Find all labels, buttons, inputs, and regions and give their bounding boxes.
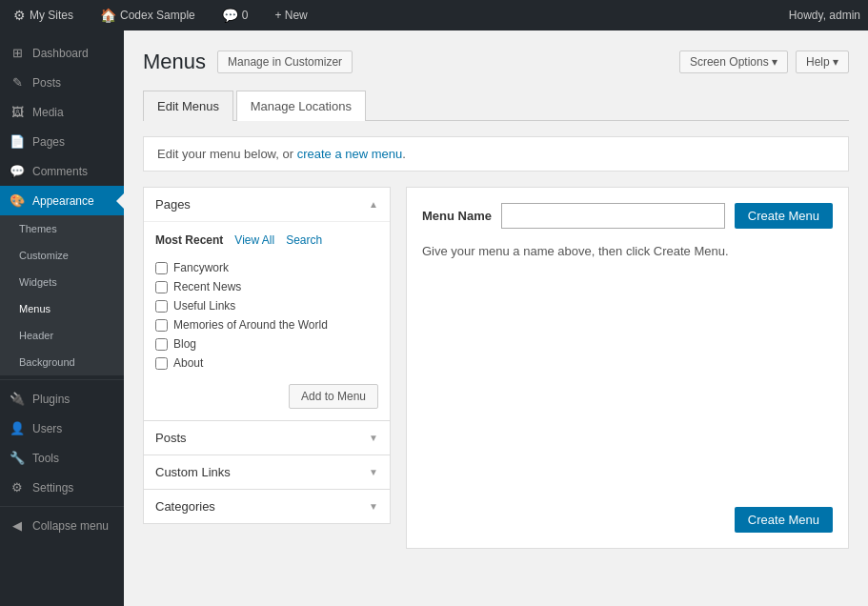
adminbar-new-label: + New	[274, 9, 307, 22]
blog-label: Blog	[173, 337, 196, 351]
recent-news-checkbox[interactable]	[155, 281, 168, 293]
memories-checkbox[interactable]	[155, 319, 168, 332]
adminbar-my-sites[interactable]: ⚙ My Sites	[8, 0, 79, 30]
sidebar-item-tools-label: Tools	[32, 452, 59, 465]
create-new-menu-link[interactable]: create a new menu	[297, 147, 403, 161]
sidebar-collapse[interactable]: ◀ Collapse menu	[0, 511, 124, 540]
home-icon: 🏠	[100, 8, 116, 23]
tools-icon: 🔧	[10, 451, 25, 465]
accordion-categories-chevron: ▼	[369, 501, 378, 512]
sidebar-item-settings[interactable]: ⚙ Settings	[0, 473, 124, 502]
tab-manage-locations[interactable]: Manage Locations	[236, 91, 366, 121]
accordion-tab-search[interactable]: Search	[286, 233, 322, 247]
useful-links-label: Useful Links	[173, 299, 235, 313]
accordion-pages-label: Pages	[155, 197, 191, 212]
accordion-pages-content: Most Recent View All Search Fancywork	[144, 221, 390, 420]
collapse-icon: ◀	[10, 518, 25, 533]
themes-label: Themes	[19, 223, 57, 234]
comments-icon: 💬	[10, 164, 25, 178]
sidebar-item-tools[interactable]: 🔧 Tools	[0, 443, 124, 473]
sidebar-item-pages-label: Pages	[32, 135, 65, 149]
add-to-menu-button[interactable]: Add to Menu	[289, 384, 378, 409]
manage-customizer-button[interactable]: Manage in Customizer	[217, 50, 353, 73]
sidebar-item-comments[interactable]: 💬 Comments	[0, 156, 124, 186]
adminbar-comments[interactable]: 💬 0	[216, 0, 254, 30]
sidebar-item-media[interactable]: 🖼 Media	[0, 97, 124, 127]
about-label: About	[173, 356, 203, 370]
accordion-header-categories[interactable]: Categories ▼	[144, 490, 390, 523]
sidebar-item-users-label: Users	[32, 422, 62, 435]
adminbar-my-sites-label: My Sites	[30, 9, 73, 22]
sidebar-item-posts[interactable]: ✎ Posts	[0, 68, 124, 97]
about-checkbox[interactable]	[155, 357, 168, 370]
sidebar-item-plugins[interactable]: 🔌 Plugins	[0, 384, 124, 414]
menus-label: Menus	[19, 303, 50, 314]
comment-icon: 💬	[222, 8, 238, 23]
blog-checkbox[interactable]	[155, 338, 168, 351]
admin-bar: ⚙ My Sites 🏠 Codex Sample 💬 0 + New Howd…	[0, 0, 868, 30]
sidebar-item-appearance[interactable]: 🎨 Appearance	[0, 186, 124, 215]
content-area: Pages ▲ Most Recent View All Search F	[143, 187, 849, 549]
adminbar-site-name[interactable]: 🏠 Codex Sample	[94, 0, 201, 30]
adminbar-new[interactable]: + New	[269, 0, 313, 30]
appearance-icon: 🎨	[10, 193, 25, 208]
pages-checkbox-list: Fancywork Recent News Useful Links	[155, 258, 378, 373]
list-item: About	[155, 354, 378, 373]
create-menu-button-bottom[interactable]: Create Menu	[735, 507, 833, 533]
menu-name-input[interactable]	[501, 203, 725, 229]
sidebar-item-plugins-label: Plugins	[32, 393, 70, 406]
page-header-right: Screen Options ▾ Help ▾	[679, 50, 849, 73]
accordion-custom-links-chevron: ▼	[369, 467, 378, 477]
menu-name-label: Menu Name	[422, 209, 492, 223]
tabs-bar: Edit Menus Manage Locations	[143, 90, 849, 121]
accordion-custom-links-label: Custom Links	[155, 465, 231, 479]
create-menu-button-top[interactable]: Create Menu	[735, 203, 833, 229]
sidebar-item-pages[interactable]: 📄 Pages	[0, 127, 124, 156]
sidebar-divider-2	[0, 506, 124, 507]
accordion-tab-view-all[interactable]: View All	[234, 233, 274, 247]
sidebar-item-settings-label: Settings	[32, 481, 73, 495]
sidebar-item-menus[interactable]: Menus	[0, 295, 124, 322]
accordion-header-custom-links[interactable]: Custom Links ▼	[144, 455, 390, 489]
main-content: Menus Manage in Customizer Screen Option…	[124, 30, 868, 606]
help-button[interactable]: Help ▾	[796, 50, 849, 73]
page-header: Menus Manage in Customizer Screen Option…	[143, 50, 849, 74]
sidebar: ⊞ Dashboard ✎ Posts 🖼 Media 📄 Pages 💬 Co…	[0, 30, 124, 606]
page-title: Menus	[143, 50, 206, 74]
users-icon: 👤	[10, 421, 25, 435]
sidebar-item-themes[interactable]: Themes	[0, 215, 124, 242]
info-bar: Edit your menu below, or create a new me…	[143, 136, 849, 172]
sidebar-item-header[interactable]: Header	[0, 322, 124, 349]
accordion-header-posts[interactable]: Posts ▼	[144, 421, 390, 454]
right-panel-footer: Create Menu	[422, 492, 833, 533]
sidebar-item-appearance-label: Appearance	[32, 194, 94, 208]
accordion-tab-most-recent[interactable]: Most Recent	[155, 233, 223, 247]
sidebar-item-widgets[interactable]: Widgets	[0, 269, 124, 295]
posts-icon: ✎	[10, 75, 25, 90]
accordion-header-pages[interactable]: Pages ▲	[144, 188, 390, 221]
adminbar-site-label: Codex Sample	[120, 9, 195, 22]
recent-news-label: Recent News	[173, 280, 241, 293]
useful-links-checkbox[interactable]	[155, 300, 168, 313]
sidebar-item-customize[interactable]: Customize	[0, 242, 124, 269]
wp-icon: ⚙	[13, 8, 26, 23]
tab-edit-menus[interactable]: Edit Menus	[143, 91, 233, 121]
memories-label: Memories of Around the World	[173, 318, 328, 332]
accordion-section-categories: Categories ▼	[143, 490, 391, 524]
background-label: Background	[19, 356, 75, 368]
menu-name-row: Menu Name Create Menu	[422, 203, 833, 229]
accordion-pages-chevron: ▲	[369, 199, 378, 210]
sidebar-item-media-label: Media	[32, 106, 64, 119]
sidebar-item-dashboard[interactable]: ⊞ Dashboard	[0, 38, 124, 68]
accordion-posts-chevron: ▼	[369, 433, 378, 443]
screen-options-button[interactable]: Screen Options ▾	[679, 50, 788, 73]
list-item: Fancywork	[155, 258, 378, 277]
sidebar-item-users[interactable]: 👤 Users	[0, 414, 124, 443]
accordion-section-pages: Pages ▲ Most Recent View All Search F	[143, 187, 391, 421]
accordion-categories-label: Categories	[155, 499, 215, 514]
sidebar-item-background[interactable]: Background	[0, 349, 124, 375]
appearance-submenu: Themes Customize Widgets Menus Header Ba…	[0, 215, 124, 375]
fancywork-checkbox[interactable]	[155, 262, 168, 274]
sidebar-item-comments-label: Comments	[32, 165, 88, 178]
adminbar-comments-count: 0	[242, 9, 249, 22]
